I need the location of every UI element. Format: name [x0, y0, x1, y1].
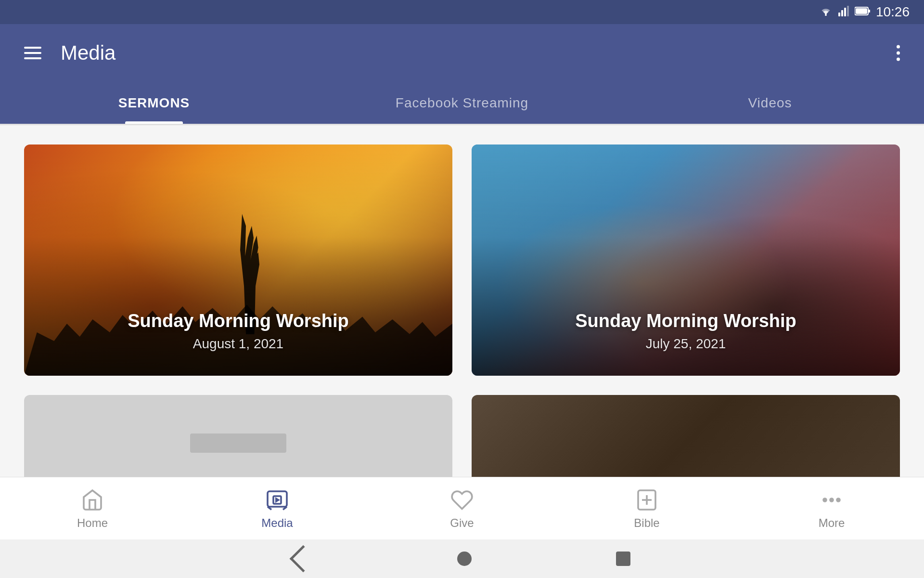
- home-icon: [80, 487, 105, 512]
- card-2-title: Sunday Morning Worship: [491, 311, 881, 331]
- svg-rect-4: [847, 6, 849, 16]
- bible-icon: [634, 487, 659, 512]
- menu-button[interactable]: [24, 47, 41, 59]
- status-icons: 10:26: [819, 4, 910, 20]
- nav-more[interactable]: More: [739, 480, 924, 537]
- media-icon: [265, 487, 290, 512]
- sermon-card-3[interactable]: [24, 395, 452, 477]
- nav-media-label: Media: [261, 516, 293, 530]
- tab-facebook-streaming[interactable]: Facebook Streaming: [308, 82, 616, 124]
- recent-apps-button[interactable]: [616, 552, 630, 566]
- svg-rect-3: [844, 8, 846, 16]
- svg-rect-6: [868, 10, 870, 13]
- nav-home-label: Home: [77, 516, 108, 530]
- page-title: Media: [61, 41, 116, 65]
- status-bar: 10:26: [0, 0, 924, 24]
- give-icon: [449, 487, 475, 512]
- home-button[interactable]: [457, 552, 472, 566]
- home-circle-icon: [457, 552, 472, 566]
- card-2-date: July 25, 2021: [491, 336, 881, 352]
- back-arrow-icon: [290, 545, 317, 573]
- recent-square-icon: [616, 552, 630, 566]
- tab-bar: SERMONS Facebook Streaming Videos: [0, 82, 924, 125]
- nav-more-label: More: [819, 516, 845, 530]
- svg-point-17: [830, 499, 833, 501]
- svg-rect-2: [841, 10, 843, 16]
- svg-point-0: [825, 14, 827, 16]
- nav-give-label: Give: [450, 516, 474, 530]
- nav-media[interactable]: Media: [185, 480, 370, 537]
- back-button[interactable]: [294, 549, 313, 568]
- card-1-date: August 1, 2021: [43, 336, 433, 352]
- nav-home[interactable]: Home: [0, 480, 185, 537]
- nav-bible-label: Bible: [634, 516, 659, 530]
- card-1-title: Sunday Morning Worship: [43, 311, 433, 331]
- more-icon: [819, 487, 844, 512]
- nav-give[interactable]: Give: [370, 480, 554, 537]
- battery-icon: [855, 6, 870, 18]
- sermon-card-4[interactable]: [472, 395, 900, 477]
- sermon-card-1[interactable]: Sunday Morning Worship August 1, 2021: [24, 144, 452, 376]
- app-header: Media: [0, 24, 924, 82]
- status-time: 10:26: [876, 4, 910, 20]
- tab-videos-label: Videos: [748, 95, 792, 111]
- tab-sermons-label: SERMONS: [118, 95, 190, 111]
- svg-rect-7: [856, 8, 867, 14]
- content-area: Sunday Morning Worship August 1, 2021 Su…: [0, 125, 924, 477]
- card-2-text: Sunday Morning Worship July 25, 2021: [491, 311, 881, 352]
- bottom-navigation: Home Media Give: [0, 477, 924, 539]
- wifi-icon: [819, 6, 833, 18]
- sermon-card-2[interactable]: Sunday Morning Worship July 25, 2021: [472, 144, 900, 376]
- more-options-button[interactable]: [897, 45, 900, 61]
- svg-point-18: [837, 499, 840, 501]
- signal-icon: [838, 6, 849, 18]
- tab-facebook-streaming-label: Facebook Streaming: [396, 95, 528, 111]
- svg-point-16: [823, 499, 826, 501]
- tab-sermons[interactable]: SERMONS: [0, 82, 308, 124]
- system-navigation: [0, 539, 924, 578]
- card-1-text: Sunday Morning Worship August 1, 2021: [43, 311, 433, 352]
- svg-marker-12: [275, 497, 280, 503]
- svg-rect-1: [838, 13, 840, 16]
- tab-videos[interactable]: Videos: [616, 82, 924, 124]
- nav-bible[interactable]: Bible: [554, 480, 739, 537]
